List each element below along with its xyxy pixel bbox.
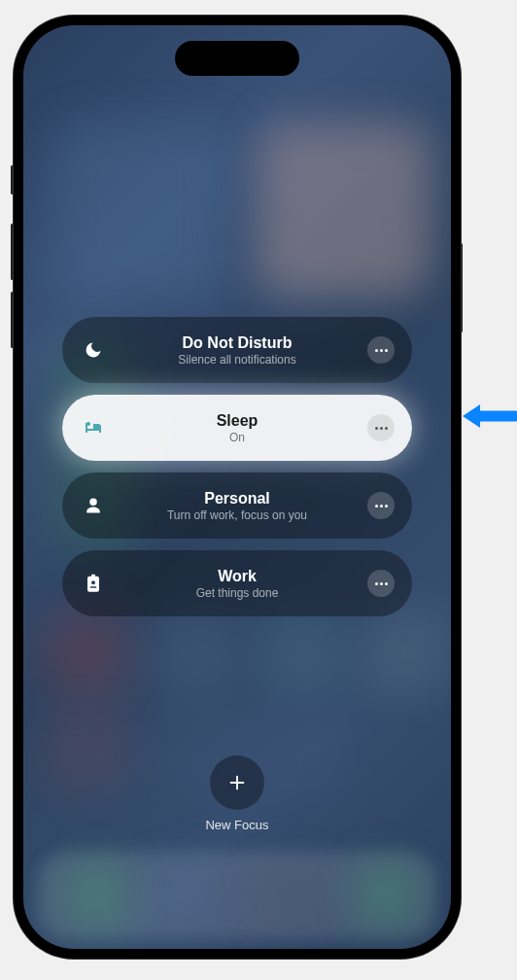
svg-point-2 xyxy=(91,580,95,584)
focus-subtitle: Turn off work, focus on you xyxy=(167,508,307,522)
svg-rect-1 xyxy=(91,575,95,578)
focus-item-personal[interactable]: Personal Turn off work, focus on you xyxy=(62,472,412,539)
new-focus-label: New Focus xyxy=(205,818,268,832)
ellipsis-icon xyxy=(375,505,388,508)
ellipsis-icon xyxy=(375,427,388,430)
focus-item-do-not-disturb[interactable]: Do Not Disturb Silence all notifications xyxy=(62,317,412,383)
more-button[interactable] xyxy=(367,570,395,597)
focus-item-work[interactable]: Work Get things done xyxy=(62,550,412,616)
focus-title: Sleep xyxy=(217,411,258,430)
ellipsis-icon xyxy=(375,349,388,352)
focus-item-sleep[interactable]: Sleep On xyxy=(62,395,412,461)
focus-title: Personal xyxy=(204,489,270,508)
badge-icon xyxy=(80,570,107,597)
more-button[interactable] xyxy=(367,492,395,519)
more-button[interactable] xyxy=(367,336,395,364)
new-focus-button[interactable] xyxy=(210,755,264,810)
person-icon xyxy=(80,492,107,519)
focus-modes-list: Do Not Disturb Silence all notifications… xyxy=(23,317,451,616)
plus-icon xyxy=(226,772,248,793)
phone-screen: Do Not Disturb Silence all notifications… xyxy=(23,25,451,949)
ellipsis-icon xyxy=(375,582,388,585)
focus-subtitle: Silence all notifications xyxy=(178,353,295,367)
focus-title: Work xyxy=(218,567,257,585)
svg-rect-3 xyxy=(90,586,97,587)
focus-subtitle: On xyxy=(229,431,245,444)
callout-arrow xyxy=(459,399,517,438)
focus-title: Do Not Disturb xyxy=(183,333,293,352)
new-focus-container: New Focus xyxy=(23,755,451,832)
more-button[interactable] xyxy=(367,414,395,441)
focus-subtitle: Get things done xyxy=(196,586,279,600)
dynamic-island xyxy=(175,41,299,76)
bed-icon xyxy=(80,414,107,441)
phone-frame: Do Not Disturb Silence all notifications… xyxy=(14,16,461,959)
moon-icon xyxy=(80,336,107,364)
